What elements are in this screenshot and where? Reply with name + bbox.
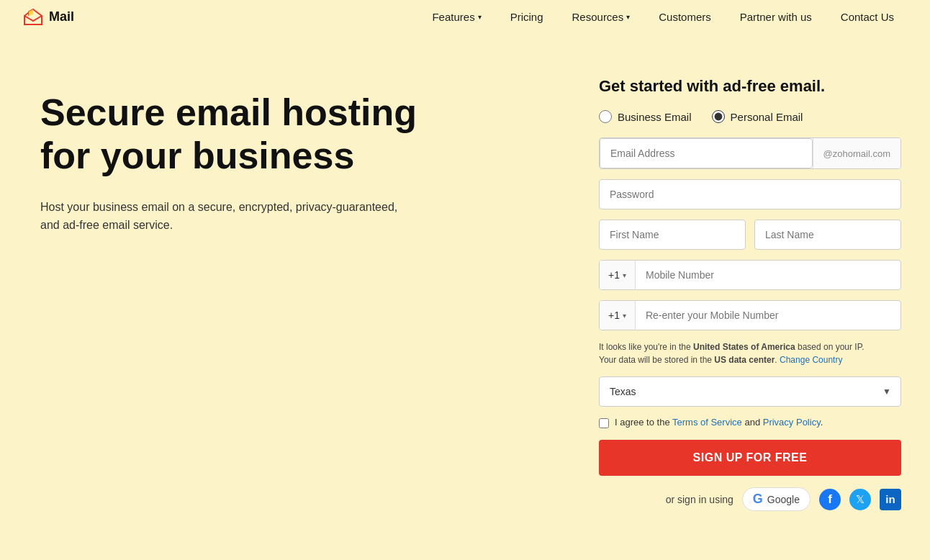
radio-personal-input[interactable] <box>712 110 725 123</box>
change-country-link[interactable]: Change Country <box>780 355 842 365</box>
first-name-group <box>599 220 746 250</box>
info-line3: Your data will be stored in the <box>599 355 714 365</box>
google-g-icon: G <box>753 492 763 507</box>
last-name-group <box>754 220 901 250</box>
radio-personal-email[interactable]: Personal Email <box>712 110 803 123</box>
features-caret-icon: ▾ <box>478 13 482 21</box>
google-label: Google <box>767 494 800 505</box>
phone-code2-caret-icon: ▾ <box>623 312 626 320</box>
twitter-signin-button[interactable]: 𝕏 <box>849 489 871 510</box>
email-field-group: @zohomail.com <box>599 137 901 169</box>
logo[interactable]: Mail <box>23 7 74 27</box>
email-wrapper: @zohomail.com <box>599 137 901 169</box>
facebook-signin-button[interactable]: f <box>819 489 841 510</box>
nav-contact[interactable]: Contact Us <box>828 0 907 34</box>
hero-subtitle: Host your business email on a secure, en… <box>40 198 400 235</box>
phone-code-caret-icon: ▾ <box>623 271 626 279</box>
form-heading: Get started with ad-free email. <box>599 77 901 96</box>
mobile-reenter-row: +1 ▾ <box>599 300 901 330</box>
nav-customers[interactable]: Customers <box>646 0 724 34</box>
phone-code2-value: +1 <box>608 310 620 321</box>
nav-resources[interactable]: Resources ▾ <box>559 0 644 34</box>
linkedin-signin-button[interactable]: in <box>880 489 901 510</box>
password-input[interactable] <box>599 179 901 209</box>
facebook-icon: f <box>828 492 832 507</box>
radio-business-email[interactable]: Business Email <box>599 110 692 123</box>
info-country: United States of America <box>693 342 795 352</box>
nav-pricing[interactable]: Pricing <box>497 0 556 34</box>
last-name-input[interactable] <box>754 220 901 250</box>
main-content: Secure email hosting for your business H… <box>0 34 930 540</box>
mobile-number-row: +1 ▾ <box>599 260 901 290</box>
signup-form: Get started with ad-free email. Business… <box>599 77 901 511</box>
info-line2: based on your IP. <box>795 342 864 352</box>
first-name-input[interactable] <box>599 220 746 250</box>
navigation: Mail Features ▾ Pricing Resources ▾ Cust… <box>0 0 930 34</box>
tos-checkbox-row: I agree to the Terms of Service and Priv… <box>599 417 901 428</box>
signup-button[interactable]: SIGN UP FOR FREE <box>599 440 901 476</box>
location-info: It looks like you're in the United State… <box>599 340 901 366</box>
name-fields-row <box>599 220 901 250</box>
email-input[interactable] <box>600 138 813 168</box>
password-field-group <box>599 179 901 209</box>
nav-features[interactable]: Features ▾ <box>419 0 494 34</box>
nav-partner[interactable]: Partner with us <box>727 0 825 34</box>
logo-icon <box>23 7 43 27</box>
state-select[interactable]: Texas California New York Florida Illino… <box>599 376 901 407</box>
radio-business-input[interactable] <box>599 110 612 123</box>
radio-business-label: Business Email <box>618 111 692 123</box>
social-signin-row: or sign in using G Google f 𝕏 in <box>599 487 901 511</box>
info-line1: It looks like you're in the <box>599 342 693 352</box>
phone-code-value: +1 <box>608 269 620 281</box>
phone-code2-selector[interactable]: +1 ▾ <box>600 301 636 330</box>
linkedin-icon: in <box>885 493 895 505</box>
tos-checkbox[interactable] <box>599 418 609 428</box>
mobile-number-input[interactable] <box>636 261 900 289</box>
email-type-radio-group: Business Email Personal Email <box>599 110 901 123</box>
agree-text: I agree to the Terms of Service and Priv… <box>615 417 823 428</box>
info-datacenter: US data center <box>714 355 775 365</box>
email-suffix: @zohomail.com <box>813 138 900 168</box>
or-sign-in-text: or sign in using <box>666 494 733 505</box>
radio-personal-label: Personal Email <box>731 111 803 123</box>
phone-code-selector[interactable]: +1 ▾ <box>600 261 636 289</box>
resources-caret-icon: ▾ <box>626 13 630 21</box>
google-signin-button[interactable]: G Google <box>742 487 811 511</box>
logo-text: Mail <box>49 9 74 24</box>
tos-link[interactable]: Terms of Service <box>672 417 742 428</box>
state-select-wrapper: Texas California New York Florida Illino… <box>599 376 901 407</box>
hero-title: Secure email hosting for your business <box>40 91 458 178</box>
hero-section: Secure email hosting for your business H… <box>40 77 570 511</box>
twitter-icon: 𝕏 <box>856 493 864 506</box>
mobile-reenter-input[interactable] <box>636 301 900 330</box>
privacy-link[interactable]: Privacy Policy <box>763 417 821 428</box>
nav-links: Features ▾ Pricing Resources ▾ Customers… <box>419 0 907 34</box>
